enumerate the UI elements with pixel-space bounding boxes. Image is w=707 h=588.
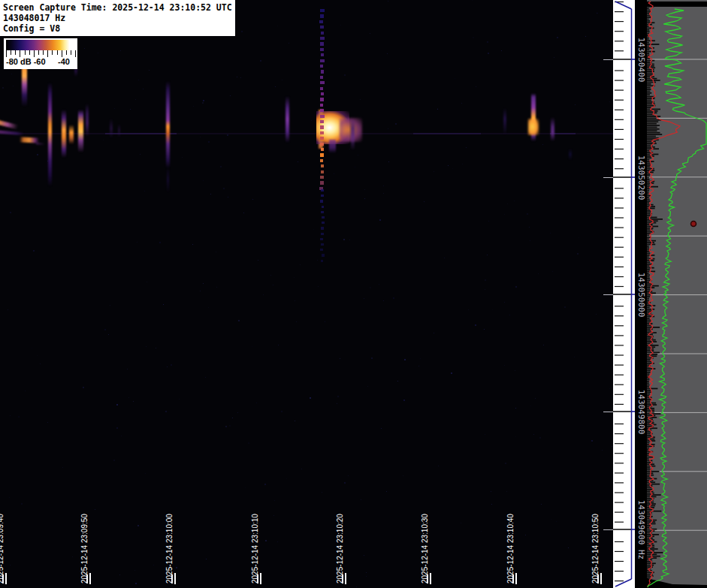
noise-dot [452,168,453,169]
noise-dot [485,289,485,290]
noise-dot [147,282,147,282]
noise-dot [388,161,389,162]
noise-dot [133,401,134,402]
color-scale-tick [62,50,62,57]
noise-dot [274,500,275,501]
noise-dot [609,388,610,389]
noise-dot [491,491,491,492]
time-axis-tick [174,573,176,584]
noise-dot [554,57,554,58]
noise-dot [367,386,368,387]
noise-dot [337,403,337,404]
noise-dot [361,499,361,500]
noise-dot [379,284,379,285]
noise-dot [277,541,278,542]
noise-dot [104,329,106,330]
noise-dot [340,358,340,359]
doppler-dash [320,143,324,146]
noise-dot [609,101,610,102]
noise-dot [121,436,122,436]
meteor-echo [62,110,66,158]
time-axis-tick [86,574,88,583]
noise-dot [355,167,355,167]
noise-dot [437,108,438,109]
noise-dot [25,390,26,391]
noise-dot [349,240,350,240]
noise-dot [575,104,576,105]
doppler-dash [320,159,324,162]
noise-dot [379,219,381,221]
noise-dot [538,273,539,274]
noise-dot [381,428,382,429]
spectrum-panel-svg [647,0,707,588]
noise-dot [462,164,463,164]
doppler-dash [320,109,324,112]
noise-dot [491,504,492,505]
noise-dot [294,277,295,278]
noise-dot [404,359,406,360]
noise-dot [506,491,507,492]
color-scale-labels: -80 dB -60 -40 [6,57,77,68]
noise-dot [322,492,322,493]
noise-dot [313,229,314,230]
config-text: Config = V8 [3,23,232,34]
time-axis-tick [512,574,514,583]
noise-dot [481,531,482,532]
noise-dot [176,567,177,568]
noise-dot [318,286,319,287]
noise-dot [552,271,553,272]
time-axis-tick [430,573,431,584]
carrier-line [413,133,481,134]
noise-dot [208,141,210,143]
noise-dot [145,473,146,474]
noise-dot [434,171,434,172]
meteor-echo [528,119,539,135]
noise-dot [265,540,267,541]
noise-dot [504,302,505,303]
noise-dot [167,366,168,367]
frequency-axis-label: 143049600 Hz [636,496,646,563]
noise-dot [366,576,367,577]
noise-dot [509,315,510,315]
noise-dot [153,565,154,565]
noise-dot [273,515,274,516]
noise-dot [206,559,207,559]
meteor-echo [48,83,52,186]
noise-dot [208,307,209,308]
doppler-dash [321,211,324,213]
noise-dot [237,77,237,77]
noise-dot [193,106,194,107]
noise-dot [317,260,318,261]
noise-dot [273,285,273,285]
doppler-dash [320,137,324,140]
color-scale: -80 dB -60 -40 [4,38,77,69]
noise-dot [238,320,240,321]
doppler-dash [321,164,325,167]
doppler-dash [321,148,325,151]
noise-dot [370,33,370,34]
noise-dot [466,147,467,148]
noise-dot [325,321,325,322]
meteor-echo [569,149,572,160]
doppler-dash [319,20,323,23]
noise-dot [98,53,98,53]
noise-dot [364,198,365,199]
noise-dot [32,348,32,348]
color-scale-label-left: -80 dB -60 [6,57,46,66]
noise-dot [501,50,502,51]
noise-dot [475,324,476,326]
color-scale-tick [15,50,16,55]
noise-dot [202,102,204,104]
noise-dot [451,372,452,374]
noise-dot [300,264,301,265]
noise-dot [13,86,14,86]
time-axis-tick [597,574,599,583]
noise-dot [370,287,371,288]
doppler-dash [321,189,324,191]
doppler-dash [320,14,324,17]
noise-dot [434,333,434,333]
noise-dot [243,213,244,213]
noise-dot [237,412,238,413]
noise-dot [264,484,266,485]
noise-dot [418,366,419,366]
